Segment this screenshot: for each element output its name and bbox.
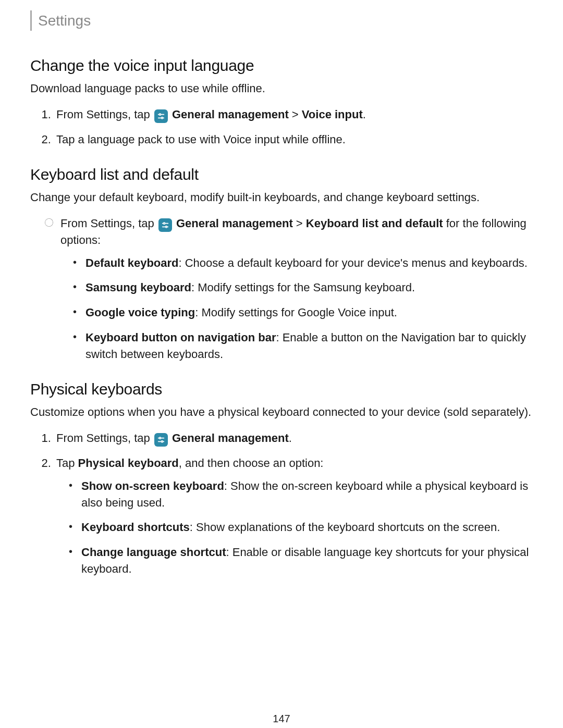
option-label: Google voice typing	[85, 306, 195, 319]
option-text: : Modify settings for Google Voice input…	[195, 306, 397, 319]
path-keyboard-list-default: Keyboard list and default	[306, 217, 443, 230]
sub-bullet-list: Show on-screen keyboard: Show the on-scr…	[56, 478, 533, 577]
option-text: : Modify settings for the Samsung keyboa…	[191, 281, 415, 294]
option-label: Keyboard shortcuts	[81, 521, 190, 534]
heading-voice-input: Change the voice input language	[30, 57, 533, 75]
path-general-management: General management	[176, 217, 293, 230]
option-text: : Choose a default keyboard for your dev…	[179, 256, 528, 269]
page-header: Settings	[30, 10, 533, 31]
list-item: Show on-screen keyboard: Show the on-scr…	[76, 478, 533, 511]
list-item: From Settings, tap General management > …	[45, 215, 533, 363]
step-text: From Settings, tap	[56, 108, 153, 121]
settings-icon	[154, 109, 168, 123]
document-page: Settings Change the voice input language…	[0, 0, 563, 728]
path-separator: >	[289, 108, 302, 121]
heading-keyboard-list: Keyboard list and default	[30, 166, 533, 183]
list-item: Keyboard button on navigation bar: Enabl…	[80, 329, 533, 363]
option-label: Change language shortcut	[81, 546, 226, 559]
option-label: Show on-screen keyboard	[81, 479, 224, 492]
step-item: From Settings, tap General management > …	[54, 106, 533, 123]
settings-icon	[154, 433, 168, 447]
step-text: From Settings, tap	[60, 217, 157, 230]
svg-point-11	[161, 441, 163, 442]
step-item: Tap a language pack to use with Voice in…	[54, 131, 533, 148]
open-bullet-list: From Settings, tap General management > …	[30, 215, 533, 363]
steps-physical-keyboards: From Settings, tap General management. T…	[30, 430, 533, 577]
option-label: Default keyboard	[85, 256, 179, 269]
list-item: Default keyboard: Choose a default keybo…	[80, 255, 533, 272]
path-physical-keyboard: Physical keyboard	[78, 456, 179, 470]
step-text: From Settings, tap	[56, 431, 153, 445]
section-physical-keyboards: Physical keyboards Customize options whe…	[30, 380, 533, 577]
path-separator: >	[293, 217, 306, 230]
svg-point-1	[159, 114, 161, 115]
section-voice-input-language: Change the voice input language Download…	[30, 57, 533, 148]
list-item: Google voice typing: Modify settings for…	[80, 304, 533, 321]
steps-voice-input: From Settings, tap General management > …	[30, 106, 533, 148]
page-number: 147	[30, 713, 533, 725]
list-item: Samsung keyboard: Modify settings for th…	[80, 279, 533, 296]
step-text: Tap	[56, 456, 78, 470]
step-item: From Settings, tap General management.	[54, 430, 533, 447]
svg-point-9	[159, 437, 161, 439]
option-label: Samsung keyboard	[85, 281, 191, 294]
sub-bullet-list: Default keyboard: Choose a default keybo…	[60, 255, 533, 363]
heading-physical-keyboards: Physical keyboards	[30, 380, 533, 398]
step-period: .	[289, 431, 292, 445]
option-label: Keyboard button on navigation bar	[85, 331, 276, 344]
list-item: Keyboard shortcuts: Show explanations of…	[76, 519, 533, 536]
path-general-management: General management	[172, 431, 289, 445]
intro-physical-keyboards: Customize options when you have a physic…	[30, 404, 533, 421]
path-general-management: General management	[172, 108, 289, 121]
svg-point-3	[161, 117, 163, 119]
path-voice-input: Voice input	[302, 108, 363, 121]
intro-voice-input: Download language packs to use while off…	[30, 81, 533, 97]
list-item: Change language shortcut: Enable or disa…	[76, 544, 533, 577]
section-keyboard-list: Keyboard list and default Change your de…	[30, 166, 533, 363]
option-text: : Show explanations of the keyboard shor…	[190, 521, 500, 534]
step-item: Tap Physical keyboard, and then choose a…	[54, 455, 533, 577]
svg-point-7	[165, 226, 167, 228]
step-suffix: , and then choose an option:	[179, 456, 324, 470]
settings-icon	[158, 218, 172, 232]
step-period: .	[363, 108, 366, 121]
svg-point-5	[163, 223, 165, 224]
intro-keyboard-list: Change your default keyboard, modify bui…	[30, 190, 533, 206]
